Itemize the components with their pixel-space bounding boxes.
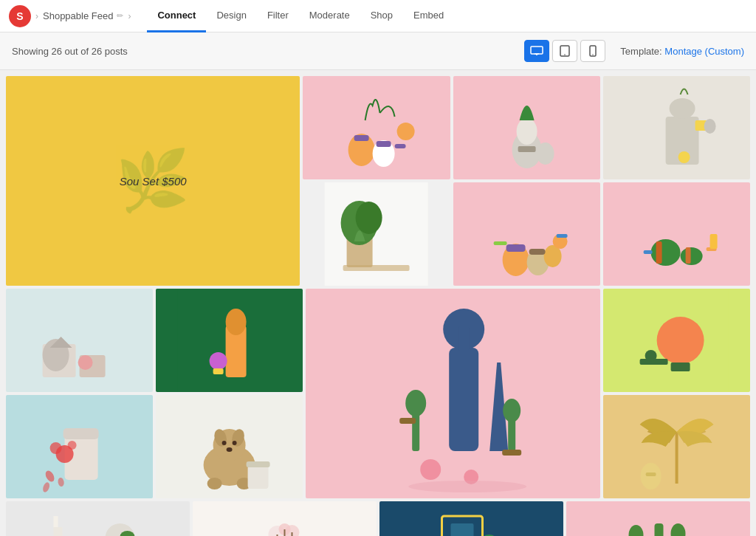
svg-rect-41 xyxy=(656,241,662,264)
svg-rect-12 xyxy=(395,144,406,148)
tab-embed[interactable]: Embed xyxy=(403,0,454,32)
svg-point-80 xyxy=(68,441,77,450)
svg-point-28 xyxy=(356,202,382,234)
svg-point-54 xyxy=(226,309,247,335)
tablet-view-button[interactable] xyxy=(552,40,577,62)
svg-rect-38 xyxy=(556,234,567,238)
tab-design[interactable]: Design xyxy=(206,0,256,32)
svg-rect-94 xyxy=(248,465,269,489)
template-info: Template: Montage (Custom) xyxy=(605,46,744,57)
svg-rect-0 xyxy=(531,47,543,54)
nav-tabs: Connect Design Filter Moderate Shop Embe… xyxy=(147,0,454,32)
photo-cell-3-2[interactable] xyxy=(156,289,303,392)
svg-rect-59 xyxy=(450,348,479,451)
template-link[interactable]: Montage (Custom) xyxy=(664,46,744,57)
svg-point-6 xyxy=(593,54,594,55)
svg-point-92 xyxy=(233,441,237,445)
svg-rect-56 xyxy=(213,368,224,374)
photo-4-2-art xyxy=(156,395,303,498)
photo-2-3-art xyxy=(453,182,600,286)
svg-rect-72 xyxy=(670,363,690,371)
svg-rect-21 xyxy=(669,98,695,119)
top-navigation: S › Shoppable Feed ✏ › Connect Design Fi… xyxy=(0,0,756,32)
featured-post[interactable]: 🌿 Sou Set $500 xyxy=(6,76,300,286)
photo-cell-5-3[interactable] xyxy=(379,501,563,536)
svg-rect-46 xyxy=(709,234,717,249)
photo-3-4-art xyxy=(603,289,750,392)
breadcrumb-feed[interactable]: Shoppable Feed ✏ xyxy=(43,10,123,21)
svg-point-65 xyxy=(504,399,521,422)
photo-cell-4-2[interactable] xyxy=(156,395,303,498)
photo-5-2-art xyxy=(193,501,377,536)
mobile-icon xyxy=(589,45,597,57)
svg-point-62 xyxy=(406,390,427,416)
svg-point-17 xyxy=(536,142,554,165)
svg-rect-99 xyxy=(645,473,656,476)
svg-point-23 xyxy=(704,119,715,134)
view-mode-switcher xyxy=(524,40,605,62)
photo-cell-5-2[interactable] xyxy=(193,501,377,536)
photo-cell-2-4[interactable] xyxy=(603,182,750,286)
photo-5-3-art xyxy=(379,501,563,536)
svg-rect-66 xyxy=(503,450,522,456)
tablet-icon xyxy=(560,45,570,57)
photo-5-4-art xyxy=(566,501,750,536)
photo-cell-1-2[interactable] xyxy=(303,76,450,179)
posts-count: Showing 26 out of 26 posts xyxy=(12,46,524,57)
svg-rect-63 xyxy=(400,418,416,424)
photo-4-1-art xyxy=(6,395,153,498)
photo-4-4-art xyxy=(603,395,750,498)
photo-cell-1-3[interactable] xyxy=(453,76,600,179)
photo-1-2-art xyxy=(303,76,450,179)
desktop-icon xyxy=(530,46,543,56)
photo-cell-2-3[interactable] xyxy=(453,182,600,286)
svg-rect-60 xyxy=(459,326,470,351)
photo-3-3-art xyxy=(306,289,599,498)
svg-rect-29 xyxy=(343,265,410,271)
photo-cell-3-3-large[interactable] xyxy=(306,289,599,498)
svg-point-91 xyxy=(222,441,227,445)
photo-cell-2-2[interactable] xyxy=(303,182,450,286)
svg-rect-10 xyxy=(354,135,369,141)
svg-rect-105 xyxy=(54,516,58,527)
tab-moderate[interactable]: Moderate xyxy=(299,0,360,32)
svg-point-89 xyxy=(207,478,222,489)
edit-icon[interactable]: ✏ xyxy=(117,11,123,21)
photo-cell-4-1[interactable] xyxy=(6,395,153,498)
breadcrumb-chevron-1: › xyxy=(35,11,38,21)
desktop-view-button[interactable] xyxy=(524,40,549,62)
svg-rect-35 xyxy=(529,249,545,255)
featured-caption: Sou Set $500 xyxy=(120,175,187,188)
photo-cell-3-1[interactable] xyxy=(6,289,153,392)
svg-point-67 xyxy=(421,459,441,480)
photo-3-1-art xyxy=(6,289,153,392)
photo-2-4-art xyxy=(603,182,750,286)
tab-connect[interactable]: Connect xyxy=(147,0,206,32)
photo-cell-1-4[interactable] xyxy=(603,76,750,179)
photo-cell-4-4[interactable] xyxy=(603,395,750,498)
mobile-view-button[interactable] xyxy=(580,40,605,62)
svg-point-24 xyxy=(678,151,690,163)
svg-point-4 xyxy=(565,54,566,55)
svg-rect-34 xyxy=(506,244,525,252)
photo-3-2-art xyxy=(156,289,303,392)
svg-rect-125 xyxy=(655,523,664,536)
breadcrumb-chevron-2: › xyxy=(128,11,131,21)
photo-cell-3-4[interactable] xyxy=(603,289,750,392)
tab-filter[interactable]: Filter xyxy=(257,0,299,32)
svg-point-74 xyxy=(645,350,656,362)
photo-2-2-art xyxy=(303,182,450,286)
svg-point-79 xyxy=(50,442,62,454)
photo-cell-5-4[interactable] xyxy=(566,501,750,536)
svg-rect-43 xyxy=(685,247,690,264)
photo-cell-5-1[interactable] xyxy=(6,501,190,536)
gallery-row-1: 🌿 Sou Set $500 xyxy=(6,76,750,286)
tab-shop[interactable]: Shop xyxy=(360,0,403,32)
svg-rect-121 xyxy=(451,523,474,536)
svg-point-42 xyxy=(680,247,702,265)
svg-point-69 xyxy=(409,481,527,492)
svg-rect-104 xyxy=(54,527,63,536)
svg-point-71 xyxy=(656,317,704,364)
svg-rect-18 xyxy=(518,146,535,152)
gallery-container: 🌿 Sou Set $500 xyxy=(0,70,756,536)
